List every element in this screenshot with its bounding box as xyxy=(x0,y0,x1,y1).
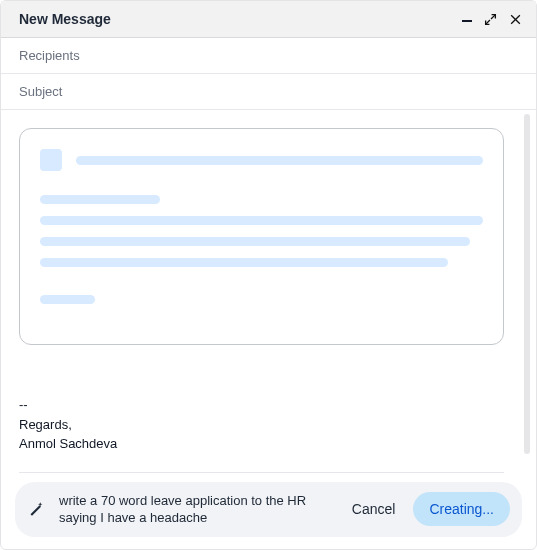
loading-skeleton xyxy=(19,128,504,345)
signature-line1: Regards, xyxy=(19,415,504,435)
cancel-button[interactable]: Cancel xyxy=(346,495,402,523)
compose-window: New Message Recipients Subject xyxy=(0,0,537,550)
creating-button[interactable]: Creating... xyxy=(413,492,510,526)
skeleton-avatar xyxy=(40,149,62,171)
fullscreen-icon[interactable] xyxy=(484,13,497,26)
recipients-field[interactable]: Recipients xyxy=(1,38,536,74)
magic-pen-icon xyxy=(29,500,47,518)
skeleton-line xyxy=(40,237,470,246)
skeleton-line xyxy=(40,258,448,267)
skeleton-line xyxy=(40,216,483,225)
signature-sep: -- xyxy=(19,395,504,415)
minimize-icon[interactable] xyxy=(462,20,472,22)
compose-title: New Message xyxy=(19,11,111,27)
divider xyxy=(19,472,504,473)
prompt-text[interactable]: write a 70 word leave application to the… xyxy=(59,492,334,527)
signature-line2: Anmol Sachdeva xyxy=(19,434,504,454)
signature-block: -- Regards, Anmol Sachdeva xyxy=(19,395,504,454)
ai-prompt-bar: write a 70 word leave application to the… xyxy=(15,482,522,537)
skeleton-line xyxy=(40,195,160,204)
subject-field[interactable]: Subject xyxy=(1,74,536,110)
header-actions xyxy=(462,13,522,26)
skeleton-line xyxy=(40,295,95,304)
compose-header: New Message xyxy=(1,1,536,38)
skeleton-line xyxy=(76,156,483,165)
scrollbar[interactable] xyxy=(524,114,530,454)
close-icon[interactable] xyxy=(509,13,522,26)
